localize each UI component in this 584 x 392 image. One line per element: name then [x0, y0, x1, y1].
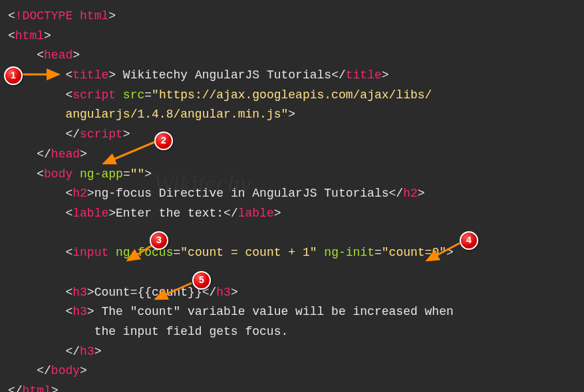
script-open-tag: script	[73, 88, 116, 102]
title-close-tag: title	[346, 68, 382, 82]
body-open-tag: body	[44, 167, 73, 181]
body-close-tag: body	[51, 364, 80, 377]
src-attr: src	[123, 88, 144, 102]
title-open-tag: title	[73, 68, 108, 82]
ng-init-value: "count=0"	[382, 246, 446, 259]
annotation-badge-3: 3	[150, 231, 168, 250]
script-close-tag: script	[80, 128, 123, 141]
ng-init-attr: ng-init	[324, 246, 374, 259]
h3-close-tag-1: h3	[216, 286, 231, 299]
code-editor-view: Wikitechy 1 2 3 4 5 <!DOCTYPE html> <htm…	[0, 0, 584, 392]
html-close-tag: html	[23, 384, 51, 392]
annotation-badge-5: 5	[192, 271, 211, 290]
head-open-tag: head	[44, 49, 73, 62]
h2-close-tag: h2	[403, 187, 418, 200]
ng-focus-attr: ng-focus	[116, 246, 173, 259]
src-value-line1: "https://ajax.googleapis.com/ajax/libs/	[152, 88, 432, 102]
annotation-badge-1: 1	[4, 66, 23, 85]
ng-app-attr: ng-app	[80, 167, 123, 181]
input-tag: input	[73, 246, 108, 259]
h3-desc-line1: The "count" variable value will be incre…	[94, 305, 454, 318]
h3-count-text: Count={{count}}	[94, 286, 202, 299]
head-close-tag: head	[51, 147, 80, 161]
lable-close-tag: lable	[238, 207, 274, 220]
h3-close-tag-2: h3	[80, 345, 94, 358]
doctype: !DOCTYPE html	[15, 9, 108, 23]
h3-open-tag-1: h3	[73, 286, 87, 299]
annotation-badge-2: 2	[154, 132, 173, 150]
h3-open-tag-2: h3	[73, 305, 87, 318]
lable-open-tag: lable	[73, 207, 108, 220]
src-value-line2: angularjs/1.4.8/angular.min.js"	[65, 108, 288, 121]
code-block: <!DOCTYPE html> <html> <head> <title> Wi…	[8, 7, 576, 392]
html-open-tag: html	[15, 29, 44, 43]
ng-app-value: ""	[130, 167, 145, 181]
angle-close: >	[108, 9, 116, 23]
ng-focus-value: "count = count + 1"	[180, 246, 317, 259]
angle-open: <	[8, 9, 15, 23]
h2-text: ng-focus Directive in AngularJS Tutorial…	[94, 187, 389, 200]
annotation-badge-4: 4	[460, 231, 478, 250]
h2-open-tag: h2	[73, 187, 87, 200]
title-text: Wikitechy AngularJS Tutorials	[116, 68, 331, 82]
lable-text: Enter the text:	[116, 207, 223, 220]
h3-desc-line2: the input field gets focus.	[94, 325, 289, 338]
